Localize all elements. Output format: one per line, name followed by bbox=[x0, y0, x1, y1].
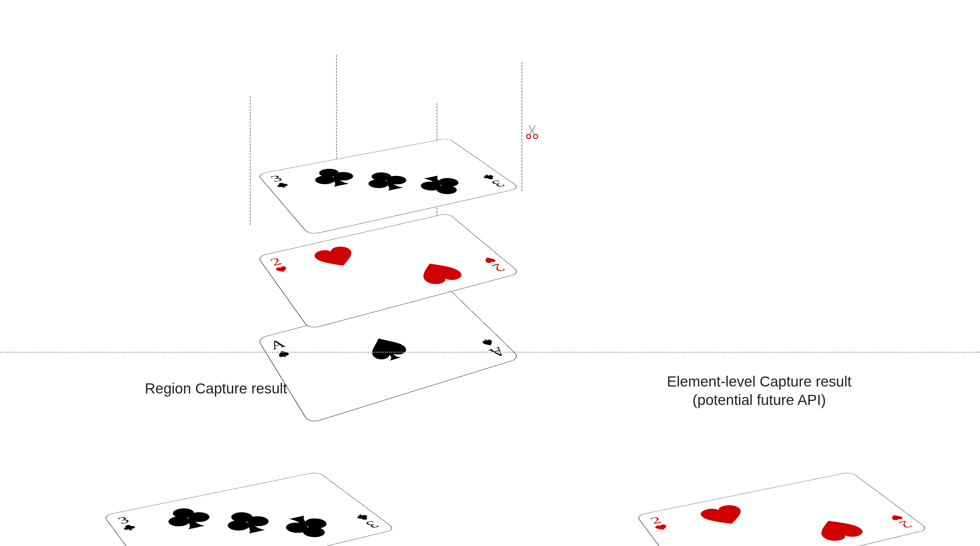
card-corner-bottom-right: 3 bbox=[353, 513, 383, 530]
club-icon bbox=[304, 165, 364, 191]
label-text: Element-level Capture result bbox=[667, 373, 851, 390]
card-rank: 2 bbox=[648, 515, 664, 525]
card-three-clubs: 3 3 bbox=[103, 472, 396, 546]
scissors-icon bbox=[524, 124, 540, 140]
heart-icon bbox=[409, 257, 468, 287]
card-corner-top-left: A bbox=[267, 337, 293, 360]
card-corner-top-left: 3 bbox=[114, 515, 138, 532]
crop-guide-left bbox=[250, 96, 251, 225]
element-capture-result-scene: 2 2 bbox=[568, 404, 951, 546]
card-two-hearts: 2 2 bbox=[636, 472, 929, 546]
club-icon bbox=[410, 172, 473, 199]
card-corner-bottom-right: 2 bbox=[481, 256, 509, 274]
diagram-stage: A A 2 2 bbox=[0, 0, 980, 546]
card-rank: 3 bbox=[116, 515, 131, 525]
section-divider bbox=[0, 352, 980, 353]
card-rank: 3 bbox=[488, 179, 508, 188]
region-capture-label: Region Capture result bbox=[59, 380, 373, 398]
card-rank: 3 bbox=[269, 174, 284, 183]
card-rank: 2 bbox=[268, 256, 284, 267]
club-icon bbox=[356, 168, 418, 195]
card-rank: 2 bbox=[489, 262, 508, 274]
club-icon bbox=[215, 507, 281, 538]
club-icon bbox=[157, 503, 220, 534]
card-corner-bottom-right: 3 bbox=[480, 173, 509, 188]
card-stack-scene: A A 2 2 bbox=[150, 0, 568, 334]
card-corner-bottom-right: A bbox=[478, 337, 509, 359]
crop-guide-right bbox=[521, 62, 522, 191]
card-corner-top-left: 2 bbox=[267, 256, 290, 274]
label-text: Region Capture result bbox=[145, 380, 287, 396]
card-rank: 3 bbox=[363, 519, 382, 530]
club-icon bbox=[274, 511, 342, 543]
card-corner-top-left: 3 bbox=[267, 174, 290, 189]
card-three-clubs: 3 3 bbox=[257, 138, 521, 235]
heart-icon bbox=[309, 244, 364, 273]
heart-icon bbox=[806, 514, 869, 544]
region-capture-result-scene: 3 3 bbox=[35, 404, 418, 546]
card-corner-bottom-right: 2 bbox=[887, 513, 916, 530]
card-rank: 2 bbox=[896, 519, 915, 530]
svg-point-15 bbox=[527, 134, 531, 138]
spade-icon bbox=[358, 331, 415, 366]
heart-icon bbox=[695, 503, 754, 530]
svg-point-16 bbox=[533, 134, 538, 138]
card-corner-top-left: 2 bbox=[647, 515, 670, 532]
